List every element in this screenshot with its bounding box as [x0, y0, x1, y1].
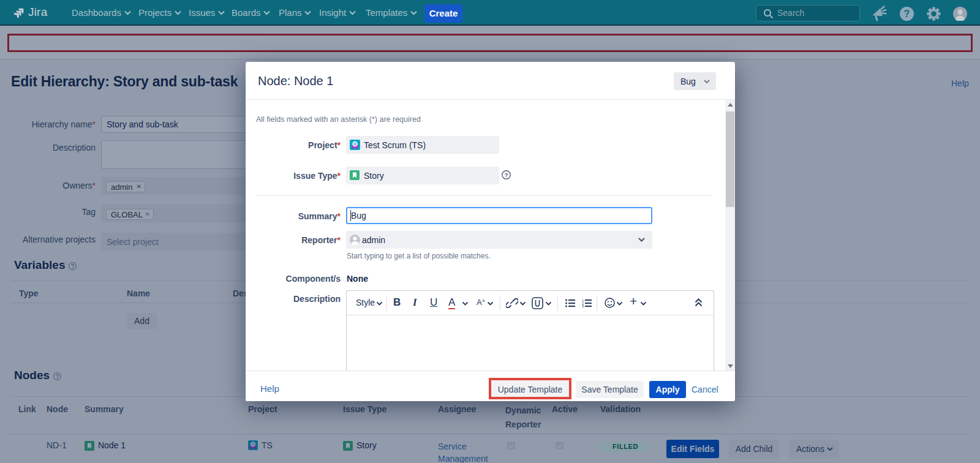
svg-text:3: 3 — [582, 304, 584, 307]
svg-text:?: ? — [904, 9, 910, 19]
svg-text:?: ? — [505, 171, 508, 178]
